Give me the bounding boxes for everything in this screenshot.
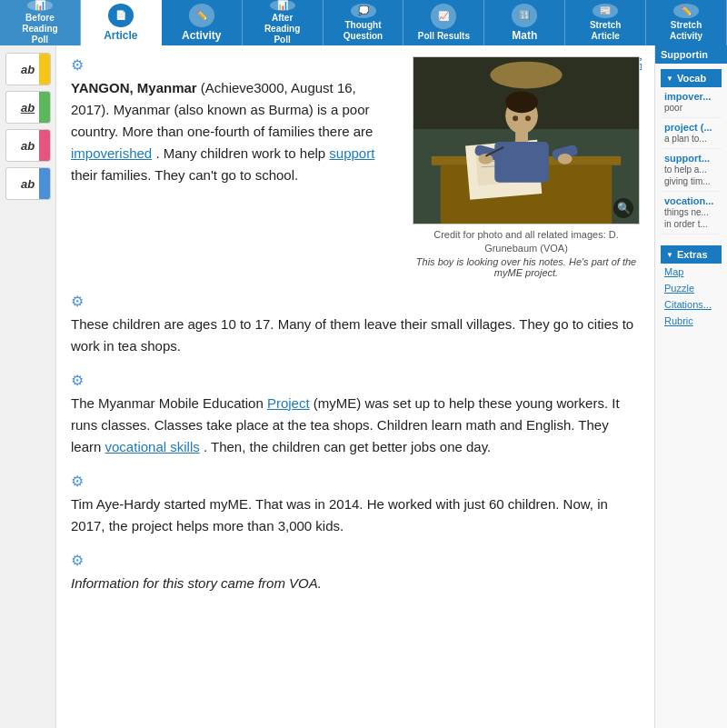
main-layout: ab ab ab ab 🖨 ⚙ YANGON, Myanmar xyxy=(0,45,727,728)
highlight-green-label: ab xyxy=(21,101,35,115)
highlight-blue-btn[interactable]: ab xyxy=(5,167,51,200)
green-color-swatch xyxy=(39,92,50,123)
nav-label-activity: Activity xyxy=(182,29,221,42)
extras-triangle-icon: ▼ xyxy=(666,251,673,259)
svg-point-18 xyxy=(513,115,518,121)
article-paragraph-5: Information for this story came from VOA… xyxy=(71,573,640,594)
stretch-article-icon: 📰 xyxy=(593,4,618,18)
svg-point-17 xyxy=(558,154,573,165)
nav-label-before-poll: Before Reading Poll xyxy=(22,13,57,45)
vocab-triangle-icon: ▼ xyxy=(666,75,673,83)
vocab-def-vocational: things ne... in order t... xyxy=(664,206,718,230)
extras-section: ▼ Extras Map Puzzle Citations... Rubric xyxy=(655,240,727,334)
nav-label-after-poll: After Reading Poll xyxy=(264,13,300,45)
photo-image xyxy=(413,56,639,224)
photo-section: ⚙ YANGON, Myanmar (Achieve3000, August 1… xyxy=(71,56,640,278)
vocab-item-impoverished: impover... poor xyxy=(661,87,722,118)
supporting-label: Supportin xyxy=(661,49,708,60)
nav-math[interactable]: 🔢 Math xyxy=(484,0,565,45)
extras-puzzle-link[interactable]: Puzzle xyxy=(661,280,722,296)
thought-icon: 💭 xyxy=(351,4,376,18)
poll-results-icon: 📈 xyxy=(431,4,456,29)
highlight-pink-btn[interactable]: ab xyxy=(5,129,51,162)
article-icon: 📄 xyxy=(108,4,134,27)
stretch-activity-icon: ✏️ xyxy=(673,4,699,18)
support-link[interactable]: support xyxy=(329,145,374,161)
extras-header[interactable]: ▼ Extras xyxy=(661,245,722,264)
after-poll-icon: 📊 xyxy=(270,0,295,11)
left-toolbar: ab ab ab ab xyxy=(0,45,56,728)
vocab-def-impoverished: poor xyxy=(664,102,718,114)
nav-label-poll-results: Poll Results xyxy=(418,31,470,42)
article-photo[interactable]: 🔍 xyxy=(413,56,640,224)
article-p1-end: their families. They can't go to school. xyxy=(71,167,298,183)
svg-point-19 xyxy=(525,115,531,121)
paragraph-4-section: ⚙ Tim Aye-Hardy started myME. That was i… xyxy=(71,473,640,537)
nav-label-stretch-activity: Stretch Activity xyxy=(670,20,702,42)
nav-stretch-activity[interactable]: ✏️ Stretch Activity xyxy=(646,0,727,45)
nav-poll-results[interactable]: 📈 Poll Results xyxy=(403,0,484,45)
vocab-header[interactable]: ▼ Vocab xyxy=(661,69,722,87)
vocab-section: ▼ Vocab impover... poor project (... a p… xyxy=(655,64,727,240)
vocational-skills-link[interactable]: vocational skills xyxy=(105,439,200,454)
p3-end: . Then, the children can get better jobs… xyxy=(204,439,491,454)
nav-article[interactable]: 📄 Article xyxy=(81,0,162,45)
magnify-button[interactable]: 🔍 xyxy=(613,198,633,218)
p3-start: The Myanmar Mobile Education xyxy=(71,395,267,411)
impoverished-link[interactable]: impoverished xyxy=(71,145,152,161)
supporting-header: Supportin xyxy=(655,45,727,64)
extras-citations-link[interactable]: Citations... xyxy=(661,296,722,313)
vocab-word-impoverished[interactable]: impover... xyxy=(664,91,718,102)
para-gear-4[interactable]: ⚙ xyxy=(71,473,640,490)
highlight-yellow-label: ab xyxy=(21,63,35,76)
vocab-item-project: project (... a plan to... xyxy=(661,118,722,149)
math-icon: 🔢 xyxy=(512,4,537,27)
paragraph-2-section: ⚙ These children are ages 10 to 17. Many… xyxy=(71,293,640,357)
highlight-pink-label: ab xyxy=(21,139,35,153)
nav-label-thought: Thought Question xyxy=(344,20,383,42)
vocab-word-project[interactable]: project (... xyxy=(664,122,718,133)
article-paragraph-1: YANGON, Myanmar (Achieve3000, August 16,… xyxy=(71,77,398,186)
photo-caption: This boy is looking over his notes. He's… xyxy=(413,256,640,278)
para-gear-2[interactable]: ⚙ xyxy=(71,293,640,310)
article-paragraph-3: The Myanmar Mobile Education Project (my… xyxy=(71,393,640,458)
blue-color-swatch xyxy=(39,168,50,199)
top-navigation: 📊 Before Reading Poll 📄 Article ✏️ Activ… xyxy=(0,0,727,45)
nav-thought-question[interactable]: 💭 Thought Question xyxy=(324,0,404,45)
article-body: ⚙ YANGON, Myanmar (Achieve3000, August 1… xyxy=(71,56,640,594)
article-paragraph-2: These children are ages 10 to 17. Many o… xyxy=(71,314,640,357)
extras-map-link[interactable]: Map xyxy=(661,264,722,280)
vocab-item-vocational: vocation... things ne... in order t... xyxy=(661,192,722,234)
paragraph-5-section: ⚙ Information for this story came from V… xyxy=(71,552,640,594)
paragraph-3-section: ⚙ The Myanmar Mobile Education Project (… xyxy=(71,372,640,458)
pink-color-swatch xyxy=(39,130,50,161)
yellow-color-swatch xyxy=(39,54,50,85)
svg-point-2 xyxy=(490,62,562,89)
vocab-def-support: to help a... giving tim... xyxy=(664,164,718,187)
para-gear-1[interactable]: ⚙ xyxy=(71,56,398,74)
article-headline: YANGON, Myanmar xyxy=(71,80,197,95)
para-gear-5[interactable]: ⚙ xyxy=(71,552,640,569)
nav-after-reading-poll[interactable]: 📊 After Reading Poll xyxy=(243,0,324,45)
first-paragraph: ⚙ YANGON, Myanmar (Achieve3000, August 1… xyxy=(71,56,398,278)
vocab-item-support: support... to help a... giving tim... xyxy=(661,149,722,192)
photo-container: 🔍 Credit for photo and all related image… xyxy=(413,56,640,278)
vocab-def-project: a plan to... xyxy=(664,133,718,145)
vocab-word-support[interactable]: support... xyxy=(664,153,718,164)
nav-before-reading-poll[interactable]: 📊 Before Reading Poll xyxy=(0,0,81,45)
vocab-word-vocational[interactable]: vocation... xyxy=(664,195,718,206)
highlight-blue-label: ab xyxy=(21,177,35,191)
project-link[interactable]: Project xyxy=(267,395,310,411)
article-area: 🖨 ⚙ YANGON, Myanmar (Achieve3000, August… xyxy=(56,45,654,728)
nav-activity[interactable]: ✏️ Activity xyxy=(162,0,243,45)
svg-point-11 xyxy=(505,91,538,113)
nav-stretch-article[interactable]: 📰 Stretch Article xyxy=(565,0,646,45)
nav-label-article: Article xyxy=(104,29,137,42)
right-sidebar: Supportin ▼ Vocab impover... poor projec… xyxy=(654,45,727,728)
article-p1-middle: . Many children work to help xyxy=(155,145,329,161)
svg-point-16 xyxy=(478,154,493,165)
extras-rubric-link[interactable]: Rubric xyxy=(661,313,722,329)
highlight-yellow-btn[interactable]: ab xyxy=(5,53,51,85)
highlight-green-btn[interactable]: ab xyxy=(5,91,51,124)
para-gear-3[interactable]: ⚙ xyxy=(71,372,640,389)
